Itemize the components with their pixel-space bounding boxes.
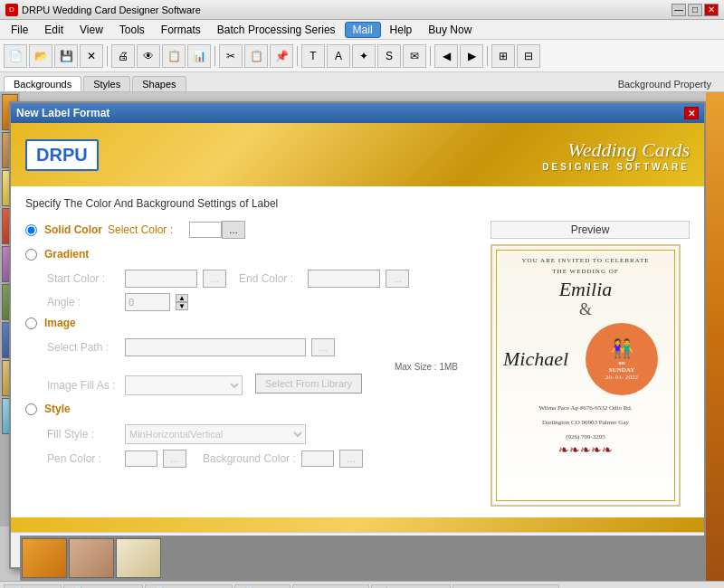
bg-color-picker-btn[interactable]: … xyxy=(339,450,363,468)
image-fill-label: Image Fill As : xyxy=(47,379,119,392)
tab-inside-left[interactable]: 📄 Inside Left xyxy=(63,584,144,589)
menu-batch[interactable]: Batch Processing Series xyxy=(210,22,343,38)
tb-btn14[interactable]: ▶ xyxy=(460,44,483,68)
tb-btn8[interactable]: T xyxy=(301,44,325,68)
brand-title-line2: DESIGNER SOFTWARE xyxy=(542,162,690,172)
new-button[interactable]: 📄 xyxy=(4,44,27,68)
select-path-input[interactable] xyxy=(125,338,306,356)
toolbar: 📄 📂 💾 ✕ 🖨 👁 📋 📊 ✂ 📋 📌 T A ✦ S ✉ ◀ ▶ ⊞ ⊟ xyxy=(0,40,724,72)
separator-1 xyxy=(107,46,108,66)
image-radio[interactable] xyxy=(25,318,37,329)
options-panel: Solid Color Select Color : … Gradient xyxy=(25,221,476,507)
preview-day-label: on xyxy=(618,359,624,366)
tb-btn4[interactable]: 📊 xyxy=(187,44,211,68)
menu-buynow[interactable]: Buy Now xyxy=(421,22,479,38)
browse-path-btn[interactable]: … xyxy=(311,338,335,356)
bg-color-box[interactable] xyxy=(301,450,334,467)
separator-2 xyxy=(214,46,215,66)
style-radio[interactable] xyxy=(25,403,37,415)
image-fill-select[interactable] xyxy=(125,375,243,395)
tb-btn7[interactable]: 📌 xyxy=(270,44,293,68)
tb-btn9[interactable]: A xyxy=(327,44,350,68)
tb-btn13[interactable]: ◀ xyxy=(434,44,458,68)
menu-formats[interactable]: Formats xyxy=(154,22,208,38)
app-icon: D xyxy=(5,4,18,16)
preview-phone: (926) 709-3295 xyxy=(503,433,668,442)
angle-spinner[interactable]: ▲ ▼ xyxy=(176,294,188,310)
menu-mail[interactable]: Mail xyxy=(345,22,381,38)
tb-btn6[interactable]: 📋 xyxy=(244,44,268,68)
end-color-picker-btn[interactable]: … xyxy=(386,270,409,288)
save-button[interactable]: 💾 xyxy=(54,44,78,68)
close-button[interactable]: ✕ xyxy=(704,4,719,16)
tb-btn12[interactable]: ✉ xyxy=(403,44,426,68)
image-section: Image Select Path : … Max Size : 1MB Ima… xyxy=(25,317,476,397)
tab-styles[interactable]: Styles xyxy=(83,76,130,91)
menu-tools[interactable]: Tools xyxy=(112,22,152,38)
start-color-label: Start Color : xyxy=(47,272,119,285)
maximize-button[interactable]: □ xyxy=(688,4,702,16)
angle-down-btn[interactable]: ▼ xyxy=(176,302,188,310)
print-button[interactable]: 🖨 xyxy=(111,44,135,68)
solid-color-radio[interactable] xyxy=(25,224,37,236)
gradient-colors-row: Start Color : … End Color : … xyxy=(25,270,476,288)
pen-color-label: Pen Color : xyxy=(47,452,119,465)
pen-color-row: Pen Color : … Background Color : … xyxy=(25,450,476,468)
tb-btn5[interactable]: ✂ xyxy=(219,44,243,68)
select-path-label: Select Path : xyxy=(47,341,119,354)
fill-style-row: Fill Style : MinHorizontalVertical xyxy=(25,424,476,444)
preview-invite-line1: YOU ARE INVITED TO CELEBRATE xyxy=(503,257,668,264)
bg-color-label: Background Color : xyxy=(203,452,296,465)
separator-3 xyxy=(297,46,298,66)
start-color-input[interactable] xyxy=(125,270,197,288)
start-color-picker-btn[interactable]: … xyxy=(203,270,226,288)
solid-color-box[interactable] xyxy=(189,222,222,238)
preview-button[interactable]: 👁 xyxy=(137,44,160,68)
thumbnail-2[interactable] xyxy=(69,538,114,578)
minimize-button[interactable]: — xyxy=(672,4,686,16)
angle-input[interactable] xyxy=(125,293,170,311)
app-title: DRPU Wedding Card Designer Software xyxy=(22,5,201,15)
menu-help[interactable]: Help xyxy=(383,22,420,38)
thumbnail-1[interactable] xyxy=(22,538,67,578)
bottom-tab-bar: 📄 Front 📄 Inside Left 📄 Inside Right 📄 B… xyxy=(0,581,724,588)
image-fill-row: Image Fill As : Select From Library xyxy=(25,374,476,397)
open-button[interactable]: 📂 xyxy=(29,44,52,68)
fill-style-select[interactable]: MinHorizontalVertical xyxy=(125,424,306,444)
dialog-overlay: New Label Format ✕ DRPU Wedding Cards DE… xyxy=(9,101,724,581)
tab-inside-right[interactable]: 📄 Inside Right xyxy=(145,584,232,589)
tab-back[interactable]: 📄 Back xyxy=(234,584,291,589)
preview-name2-row: Michael 👫 on SUNDAY 20- 01- 2022 xyxy=(503,319,668,399)
delete-button[interactable]: ✕ xyxy=(80,44,103,68)
tab-properties[interactable]: ⚙ Properties xyxy=(292,584,369,589)
dialog-close-button[interactable]: ✕ xyxy=(684,107,699,119)
angle-row: Angle : ▲ ▼ xyxy=(25,293,476,311)
menu-view[interactable]: View xyxy=(72,22,110,38)
tb-btn16[interactable]: ⊟ xyxy=(517,44,540,68)
tb-btn11[interactable]: S xyxy=(377,44,401,68)
select-from-library-btn[interactable]: Select From Library xyxy=(255,374,362,394)
menu-file[interactable]: File xyxy=(4,22,35,38)
angle-up-btn[interactable]: ▲ xyxy=(176,294,188,302)
pen-color-box[interactable] xyxy=(125,450,157,467)
solid-color-picker-btn[interactable]: … xyxy=(222,221,245,239)
tb-btn10[interactable]: ✦ xyxy=(352,44,376,68)
separator-4 xyxy=(430,46,431,66)
menu-edit[interactable]: Edit xyxy=(37,22,71,38)
tab-wedding-details[interactable]: 💌 Wedding Details xyxy=(452,584,559,589)
new-label-format-dialog: New Label Format ✕ DRPU Wedding Cards DE… xyxy=(9,101,706,569)
tab-front[interactable]: 📄 Front xyxy=(4,584,62,589)
end-color-input[interactable] xyxy=(308,270,380,288)
dialog-titlebar: New Label Format ✕ xyxy=(11,103,704,123)
tb-btn3[interactable]: 📋 xyxy=(162,44,186,68)
tab-templates[interactable]: 📋 Templates xyxy=(371,584,451,589)
tab-shapes[interactable]: Shapes xyxy=(132,76,186,91)
preview-address2: Darlington CO 06963 Palmer Gay xyxy=(503,419,668,428)
style-label: Style xyxy=(44,403,108,415)
gradient-radio[interactable] xyxy=(25,249,37,261)
thumbnail-3[interactable] xyxy=(116,538,161,578)
tab-backgrounds[interactable]: Backgrounds xyxy=(4,76,81,91)
tb-btn15[interactable]: ⊞ xyxy=(491,44,515,68)
pen-color-picker-btn[interactable]: … xyxy=(163,450,186,468)
fill-style-label: Fill Style : xyxy=(47,428,119,441)
